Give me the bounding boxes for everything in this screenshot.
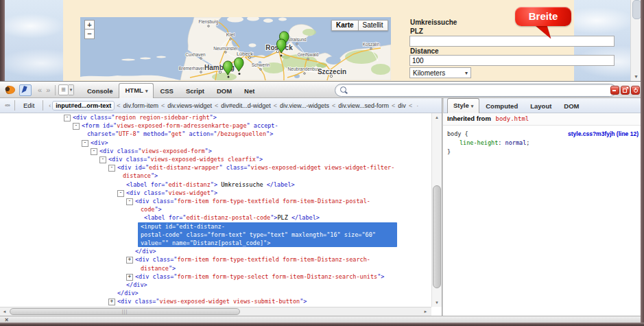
map-marker-dot[interactable] [228,76,230,78]
tree-node[interactable]: -<div class="views-widget"> [0,189,431,197]
tree-attr-value: get [171,130,182,137]
tab-dom-side[interactable]: DOM [558,100,585,113]
tab-script[interactable]: Script [180,84,211,98]
forward-icon[interactable]: » [44,86,52,94]
collapse-icon[interactable]: - [82,140,88,147]
city-label: Flensburg [199,19,219,25]
css-property[interactable]: line-height [460,139,498,146]
html-tree-panel[interactable]: -<div class="region region-sidebar-right… [0,113,431,307]
distance-input[interactable] [409,55,615,66]
menu-dropdown-icon[interactable]: ▾ [69,84,75,95]
map-marker-dot[interactable] [281,55,283,57]
menu-icon[interactable]: ≡ [58,84,68,95]
inspect-element-icon[interactable] [19,84,32,96]
collapse-icon[interactable]: - [91,148,97,155]
zoom-in-button[interactable]: + [84,20,95,30]
breadcrumb-item[interactable]: div#edit...d-widget [220,102,272,109]
collapse-icon[interactable]: - [64,115,71,121]
tab-console[interactable]: Console [81,84,119,98]
expand-icon[interactable]: + [126,257,133,264]
tree-node[interactable]: </div> [0,281,431,289]
edit-button[interactable]: Edit [18,100,40,110]
tab-layout[interactable]: Layout [524,100,558,113]
breadcrumb-item[interactable]: div.views-widget [167,102,213,109]
search-input[interactable] [349,85,612,95]
scroll-down-icon[interactable]: ▼ [432,299,442,307]
tree-markup: "> [256,156,263,163]
tree-node[interactable]: -<div class="region region-sidebar-right… [0,113,431,121]
map-marker-dot[interactable] [239,73,241,75]
collapse-icon[interactable]: - [99,156,106,163]
tab-computed[interactable]: Computed [479,100,524,113]
inherited-element-link[interactable]: body.html [496,115,529,122]
side-panel-toggle-icon[interactable]: «» [3,102,12,108]
tree-markup: " method=" [136,130,171,137]
tree-hscrollbar-thumb[interactable]: ||| [10,308,240,315]
plz-input[interactable] [409,36,615,47]
tree-attr-value: form-item form-type-select form-item-Dis… [177,273,377,280]
collapse-icon[interactable]: - [126,198,133,205]
tree-node[interactable]: -<div class="views-exposed-widgets clear… [0,155,431,163]
tree-node[interactable]: </div> [0,247,431,255]
firebug-search-box[interactable] [335,84,617,97]
breadcrumb-item[interactable]: div.view...sed-form [337,102,390,109]
tree-vertical-scrollbar[interactable]: ▲ ▼ [431,113,442,307]
expand-icon[interactable]: + [108,299,115,305]
scroll-left-icon[interactable]: ◄ [0,307,9,316]
map-type-satellit-button[interactable]: Satellit [359,20,388,31]
tree-node[interactable]: -<div id="edit-distanz-wrapper" class="v… [0,163,431,172]
tab-net[interactable]: Net [238,84,261,98]
breadcrumb-item[interactable]: input#ed...orm-text [52,101,115,110]
back-icon[interactable]: « [36,86,44,94]
breadcrumb-item[interactable]: div [397,102,407,109]
umkreissuche-label: Umkreissuche [410,19,457,26]
css-file-link[interactable]: style.css?m3fyjh (line 12) [568,130,639,139]
breadcrumb-path: ‹input#ed...orm-text<div.form-item<div.v… [46,102,420,109]
tree-node[interactable]: code"> [0,205,431,213]
tree-node[interactable]: -<div> [0,139,431,147]
tree-vscrollbar-thumb[interactable] [433,185,441,288]
tab-dom[interactable]: DOM [211,84,238,98]
collapse-icon[interactable]: - [117,190,124,197]
css-close-brace: } [447,148,638,156]
breadcrumb-item[interactable]: div.form-item [123,102,159,109]
toolbar-separator [55,85,56,95]
tree-horizontal-scrollbar[interactable]: ◄ ||| ► [0,307,431,316]
tree-node[interactable]: <label for="edit-distanz"> Umkreissuche … [0,181,431,189]
expand-icon[interactable]: + [126,274,133,281]
tab-style[interactable]: Style▾ [447,98,479,113]
browser-scrollbar[interactable]: ▼ [630,0,641,81]
tree-node[interactable]: +<div class="form-item form-type-textfie… [0,255,431,264]
firebug-icon[interactable] [4,86,15,94]
tree-node[interactable]: <label for="edit-distanz-postal-code">PL… [0,213,431,222]
tree-markup: <div> [91,139,108,146]
tree-node[interactable]: -<div class="views-exposed-form"> [0,147,431,155]
tree-node[interactable]: distance"> [0,172,431,180]
scroll-down-icon[interactable]: ▼ [631,72,641,81]
tree-node[interactable]: +<div class="views-exposed-widget views-… [0,297,431,305]
firebug-panel: « » ≡ ▾ Console HTML▾ CSS Script DOM Net [0,81,644,326]
tree-node-selected[interactable]: <input id="edit-distanz-postal-code" cla… [138,222,397,248]
scroll-up-icon[interactable]: ▲ [432,113,442,121]
map-type-karte-button[interactable]: Karte [331,20,359,31]
minimize-button[interactable] [610,86,619,95]
tree-node[interactable]: -<form id="views-exposed-form-adressenka… [0,121,431,130]
breadcrumb-item[interactable]: div.view...-widgets [279,102,330,109]
power-off-button[interactable] [631,86,640,95]
collapse-icon[interactable]: - [73,123,80,130]
detach-window-button[interactable] [621,86,630,95]
tree-node[interactable]: distance"> [0,264,431,272]
collapse-icon[interactable]: - [108,165,115,172]
tree-node[interactable]: -<div class="form-item form-type-textfie… [0,197,431,205]
tree-attr-value: views-widget [168,189,210,196]
tree-node[interactable]: charset="UTF-8" method="get" action="/be… [0,130,431,138]
zoom-out-button[interactable]: − [84,30,95,39]
tab-html[interactable]: HTML▾ [119,83,154,98]
tree-node[interactable]: </div> [0,289,431,297]
css-value[interactable]: normal [505,139,527,146]
units-select[interactable]: Kilometers ▾ [409,67,471,78]
tab-css[interactable]: CSS [154,84,180,98]
breadcrumb-separator: < [274,102,277,109]
tree-node[interactable]: +<div class="form-item form-type-select … [0,272,431,281]
scroll-right-icon[interactable]: ► [421,307,430,316]
